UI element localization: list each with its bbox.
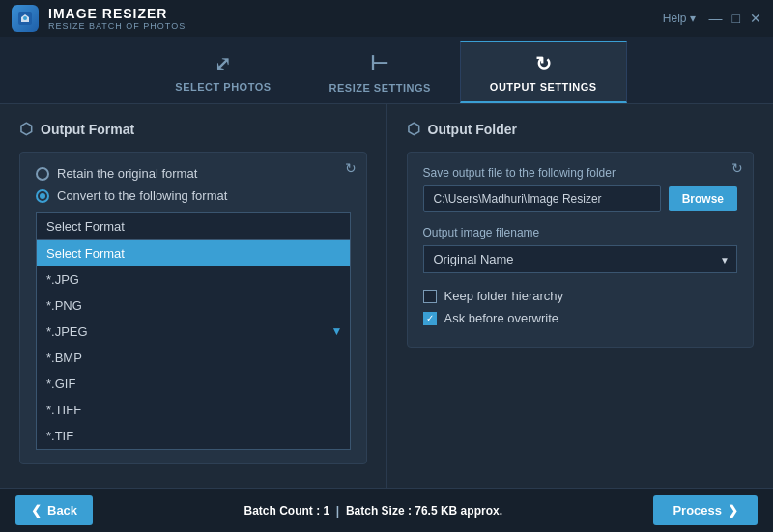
retain-format-radio[interactable] <box>36 167 49 181</box>
tab-resize-settings[interactable]: ⊢ RESIZE SETTINGS <box>301 41 460 103</box>
tab-output-settings[interactable]: ↻ OUTPUT SETTINGS <box>460 41 627 103</box>
output-format-title: Output Format <box>41 122 134 137</box>
convert-format-label: Convert to the following format <box>57 188 227 203</box>
back-button[interactable]: ❮ Back <box>15 495 93 525</box>
folder-path-input[interactable] <box>423 185 661 212</box>
filename-dropdown-wrapper: Original Name ▼ <box>423 245 738 273</box>
format-option-gif[interactable]: *.GIF <box>37 371 350 397</box>
format-refresh-button[interactable]: ↻ <box>345 160 357 176</box>
title-text: IMAGE RESIZER RESIZE BATCH OF PHOTOS <box>48 6 186 31</box>
tabs-bar: ⤢ SELECT PHOTOS ⊢ RESIZE SETTINGS ↻ OUTP… <box>0 37 773 104</box>
svg-point-1 <box>23 16 27 20</box>
maximize-button[interactable]: □ <box>732 12 740 25</box>
format-option-tiff[interactable]: *.TIFF <box>37 397 350 423</box>
filename-label: Output image filename <box>423 226 738 239</box>
ask-overwrite-checkbox[interactable]: ✓ <box>423 312 437 325</box>
output-format-panel: ⬡ Output Format ↻ Retain the original fo… <box>0 104 387 488</box>
title-bar-right: Help ▾ — □ ✕ <box>663 12 761 25</box>
output-format-header: ⬡ Output Format <box>19 120 367 138</box>
tab-select-photos[interactable]: ⤢ SELECT PHOTOS <box>146 41 300 103</box>
format-dropdown[interactable]: Select Format <box>36 212 351 240</box>
output-folder-box: ↻ Save output file to the following fold… <box>407 152 755 348</box>
tab-select-photos-label: SELECT PHOTOS <box>175 81 271 93</box>
batch-size-value: 76.5 KB approx. <box>415 504 502 518</box>
help-button[interactable]: Help ▾ <box>663 12 696 25</box>
process-arrow-icon: ❯ <box>728 503 738 518</box>
filename-selected: Original Name <box>434 252 514 266</box>
output-format-box: ↻ Retain the original format Convert to … <box>19 152 367 464</box>
main-content: ⬡ Output Format ↻ Retain the original fo… <box>0 104 773 488</box>
keep-hierarchy-label: Keep folder hierarchy <box>444 289 564 303</box>
format-option-jpg[interactable]: *.JPG <box>37 266 350 293</box>
batch-count-value: 1 <box>324 504 330 518</box>
minimize-button[interactable]: — <box>709 12 723 25</box>
filename-dropdown[interactable]: Original Name <box>423 245 738 273</box>
tab-output-settings-label: OUTPUT SETTINGS <box>490 81 597 93</box>
keep-hierarchy-checkbox[interactable] <box>423 290 437 303</box>
ask-overwrite-option[interactable]: ✓ Ask before overwrite <box>423 311 738 325</box>
app-subtitle: RESIZE BATCH OF PHOTOS <box>48 21 186 31</box>
process-label: Process <box>673 503 722 518</box>
format-dropdown-selected: Select Format <box>46 219 125 234</box>
ask-overwrite-label: Ask before overwrite <box>444 311 559 325</box>
browse-button[interactable]: Browse <box>669 186 737 211</box>
batch-size-label: Batch Size : <box>346 504 412 518</box>
retain-format-option[interactable]: Retain the original format <box>36 166 351 181</box>
close-button[interactable]: ✕ <box>750 12 761 25</box>
app-title: IMAGE RESIZER <box>48 6 186 21</box>
back-arrow-icon: ❮ <box>31 503 42 518</box>
process-button[interactable]: Process ❯ <box>653 495 758 525</box>
folder-refresh-button[interactable]: ↻ <box>731 160 743 176</box>
format-dropdown-list: Select Format *.JPG *.PNG *.JPEG *.BMP *… <box>36 240 351 450</box>
keep-hierarchy-option[interactable]: Keep folder hierarchy <box>423 289 738 303</box>
format-option-bmp[interactable]: *.BMP <box>37 345 350 371</box>
title-bar-left: IMAGE RESIZER RESIZE BATCH OF PHOTOS <box>12 5 186 32</box>
folder-path-row: Browse <box>423 185 738 212</box>
convert-format-radio[interactable] <box>36 189 49 203</box>
save-folder-label: Save output file to the following folder <box>423 166 738 180</box>
output-folder-panel: ⬡ Output Folder ↻ Save output file to th… <box>387 104 774 488</box>
output-format-icon: ⬡ <box>19 120 33 138</box>
bottom-bar: ❮ Back Batch Count : 1 | Batch Size : 76… <box>0 488 773 532</box>
back-label: Back <box>47 503 77 518</box>
tab-resize-settings-icon: ⊢ <box>370 51 389 76</box>
ask-overwrite-check-icon: ✓ <box>426 314 434 323</box>
title-bar: IMAGE RESIZER RESIZE BATCH OF PHOTOS Hel… <box>0 0 773 37</box>
format-option-jpeg[interactable]: *.JPEG <box>37 319 350 345</box>
app-icon <box>12 5 39 32</box>
output-folder-title: Output Folder <box>428 122 518 137</box>
tab-select-photos-icon: ⤢ <box>215 52 232 75</box>
output-folder-icon: ⬡ <box>407 120 420 138</box>
tab-output-settings-icon: ↻ <box>535 52 553 75</box>
format-dropdown-container: Select Format ▼ Select Format *.JPG *.PN… <box>36 212 351 450</box>
batch-info: Batch Count : 1 | Batch Size : 76.5 KB a… <box>244 504 502 518</box>
output-folder-header: ⬡ Output Folder <box>407 120 755 138</box>
retain-format-label: Retain the original format <box>57 166 197 181</box>
format-option-tif[interactable]: *.TIF <box>37 423 350 449</box>
format-option-select[interactable]: Select Format <box>37 240 350 266</box>
convert-format-option[interactable]: Convert to the following format <box>36 188 351 203</box>
batch-count-label: Batch Count : <box>244 504 321 518</box>
format-option-png[interactable]: *.PNG <box>37 293 350 319</box>
window-controls: — □ ✕ <box>709 12 761 25</box>
tab-resize-settings-label: RESIZE SETTINGS <box>329 82 431 94</box>
